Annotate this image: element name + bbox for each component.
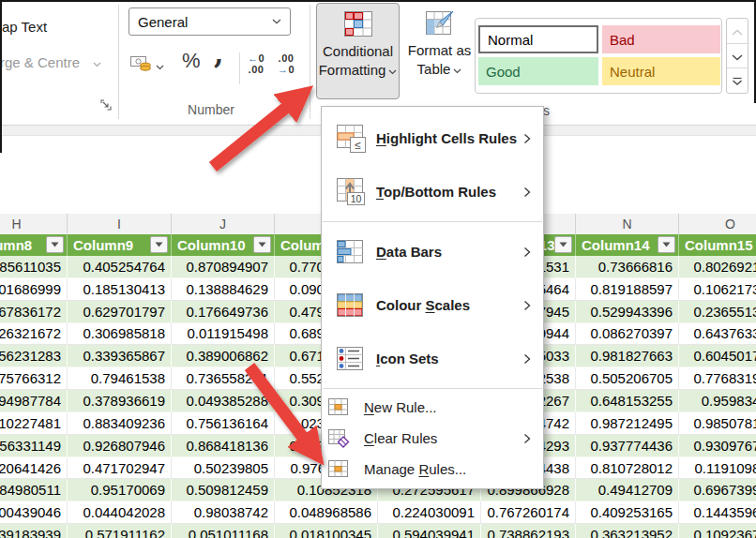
cell-J5[interactable]: 0.389006862 xyxy=(172,345,275,366)
cell-O1[interactable]: 0.802692145 xyxy=(679,256,756,277)
decrease-decimal-button[interactable]: .00 →0 xyxy=(273,52,299,75)
cell-O10[interactable]: 0.119109856 xyxy=(679,457,756,479)
cell-H6[interactable]: 0.475766312 xyxy=(0,367,68,389)
menu-item-icon-sets[interactable]: Icon Sets xyxy=(322,332,543,385)
table-column-header-column14[interactable]: Column14 xyxy=(576,234,679,256)
cell-O13[interactable]: 0.109236714 xyxy=(679,524,756,538)
cell-H1[interactable]: 0.285611035 xyxy=(0,256,68,277)
cell-H11[interactable]: 0.184980511 xyxy=(0,479,68,501)
cell-O12[interactable]: 0.144359624 xyxy=(679,501,756,523)
filter-dropdown-button[interactable] xyxy=(253,236,271,253)
cell-J8[interactable]: 0.756136164 xyxy=(172,412,275,434)
cell-J12[interactable]: 0.98038742 xyxy=(172,501,275,523)
cell-J1[interactable]: 0.870894907 xyxy=(172,256,275,277)
wrap-text-label[interactable]: ap Text xyxy=(2,19,47,35)
cell-O2[interactable]: 0.106217358 xyxy=(679,278,756,300)
column-header-H[interactable]: H xyxy=(0,214,68,234)
cell-N5[interactable]: 0.981827663 xyxy=(576,345,679,366)
menu-item-manage-rules[interactable]: Manage Rules... xyxy=(322,454,543,485)
accounting-format-button[interactable] xyxy=(130,54,164,76)
cell-J10[interactable]: 0.50239805 xyxy=(172,457,275,479)
cell-H13[interactable]: 0.239183939 xyxy=(0,524,68,538)
cell-L12[interactable]: 0.224030091 xyxy=(378,501,481,523)
filter-dropdown-button[interactable] xyxy=(46,236,64,253)
table-column-header-column9[interactable]: Column9 xyxy=(68,234,172,256)
percent-style-button[interactable]: % xyxy=(182,49,201,73)
cell-K13[interactable]: 0.018100345 xyxy=(275,524,378,538)
cell-H10[interactable]: 0.320641426 xyxy=(0,457,68,479)
gallery-scroll-down-button[interactable] xyxy=(727,44,748,69)
menu-item-top-bottom-rules[interactable]: 10Top/Bottom Rules xyxy=(322,165,543,218)
column-header-J[interactable]: J xyxy=(172,214,275,234)
table-column-header-column15[interactable]: Column15 xyxy=(679,234,756,256)
cell-I7[interactable]: 0.378936619 xyxy=(68,390,172,411)
cell-N12[interactable]: 0.409253165 xyxy=(576,501,679,523)
cell-O7[interactable]: 0.95983417 xyxy=(679,390,756,411)
cell-J13[interactable]: 0.051011168 xyxy=(172,524,275,538)
cell-N4[interactable]: 0.086270397 xyxy=(576,323,679,345)
cell-N8[interactable]: 0.987212495 xyxy=(576,412,679,434)
cell-H3[interactable]: 0.367836172 xyxy=(0,301,68,322)
menu-item-new-rule[interactable]: New Rule... xyxy=(322,392,543,423)
table-column-header-column10[interactable]: Column10 xyxy=(172,234,275,256)
cell-O8[interactable]: 0.985078136 xyxy=(679,412,756,434)
cell-N3[interactable]: 0.529943396 xyxy=(576,301,679,322)
cell-J3[interactable]: 0.176649736 xyxy=(172,301,275,322)
column-header-I[interactable]: I xyxy=(68,214,172,234)
menu-item-highlight-cells-rules[interactable]: ≤Highlight Cells Rules xyxy=(322,112,543,165)
menu-item-clear-rules[interactable]: Clear Rules xyxy=(322,423,543,454)
cell-I6[interactable]: 0.79461538 xyxy=(68,367,172,389)
cell-H7[interactable]: 0.194987784 xyxy=(0,390,68,411)
cell-M13[interactable]: 0.738862193 xyxy=(481,524,576,538)
cell-H12[interactable]: 0.100439046 xyxy=(0,501,68,523)
conditional-formatting-button[interactable]: Conditional Formatting xyxy=(316,3,400,99)
dialog-launcher-icon[interactable] xyxy=(100,97,112,109)
comma-style-button[interactable]: , xyxy=(214,37,223,70)
cell-I8[interactable]: 0.883409236 xyxy=(68,412,172,434)
cell-O4[interactable]: 0.643763312 xyxy=(679,323,756,345)
dialog-launcher-icon[interactable] xyxy=(292,97,303,109)
cell-I4[interactable]: 0.306985818 xyxy=(68,323,172,345)
cell-N1[interactable]: 0.73666816 xyxy=(576,256,679,277)
cell-N11[interactable]: 0.49412709 xyxy=(576,479,679,501)
filter-dropdown-button[interactable] xyxy=(150,236,168,253)
cell-I2[interactable]: 0.185130413 xyxy=(68,278,172,300)
cell-L13[interactable]: 0.594039941 xyxy=(378,524,481,538)
cell-I5[interactable]: 0.339365867 xyxy=(68,345,172,366)
cell-J6[interactable]: 0.736558231 xyxy=(172,367,275,389)
table-column-header-column8[interactable]: Column8 xyxy=(0,234,68,256)
cell-I10[interactable]: 0.471702947 xyxy=(68,457,172,479)
cell-J11[interactable]: 0.509812459 xyxy=(172,479,275,501)
format-as-table-button[interactable]: Format as Table xyxy=(401,3,477,99)
column-header-O[interactable]: O xyxy=(679,214,756,234)
menu-item-data-bars[interactable]: Data Bars xyxy=(322,225,543,278)
cell-I13[interactable]: 0.571911162 xyxy=(68,524,172,538)
cell-O11[interactable]: 0.696739943 xyxy=(679,479,756,501)
cell-N9[interactable]: 0.937774436 xyxy=(576,435,679,456)
cell-O6[interactable]: 0.776831955 xyxy=(679,367,756,389)
merge-centre-button[interactable]: rge & Centre xyxy=(0,54,101,70)
column-header-N[interactable]: N xyxy=(576,214,679,234)
cell-J7[interactable]: 0.049385288 xyxy=(172,390,275,411)
cell-N13[interactable]: 0.363213952 xyxy=(576,524,679,538)
filter-dropdown-button[interactable] xyxy=(658,236,675,253)
cell-style-bad[interactable]: Bad xyxy=(602,25,720,53)
cell-K12[interactable]: 0.048968586 xyxy=(275,501,378,523)
cell-I1[interactable]: 0.405254764 xyxy=(68,256,172,277)
cell-H9[interactable]: 0.256331149 xyxy=(0,435,68,456)
cell-J2[interactable]: 0.138884629 xyxy=(172,278,275,300)
cell-N7[interactable]: 0.648153255 xyxy=(576,390,679,411)
cell-style-normal[interactable]: Normal xyxy=(478,25,598,53)
cell-I12[interactable]: 0.044042028 xyxy=(68,501,172,523)
cell-J4[interactable]: 0.011915498 xyxy=(172,323,275,345)
menu-item-colour-scales[interactable]: Colour Scales xyxy=(322,278,543,332)
cell-H8[interactable]: 0.310227481 xyxy=(0,412,68,434)
cell-style-good[interactable]: Good xyxy=(478,57,598,85)
cell-I9[interactable]: 0.926807946 xyxy=(68,435,172,456)
cell-J9[interactable]: 0.868418136 xyxy=(172,435,275,456)
cell-H4[interactable]: 0.426321672 xyxy=(0,323,68,345)
number-format-combobox[interactable]: General xyxy=(129,7,291,36)
gallery-more-button[interactable] xyxy=(727,68,748,93)
cell-N6[interactable]: 0.505206705 xyxy=(576,367,679,389)
cell-O3[interactable]: 0.236551364 xyxy=(679,301,756,322)
